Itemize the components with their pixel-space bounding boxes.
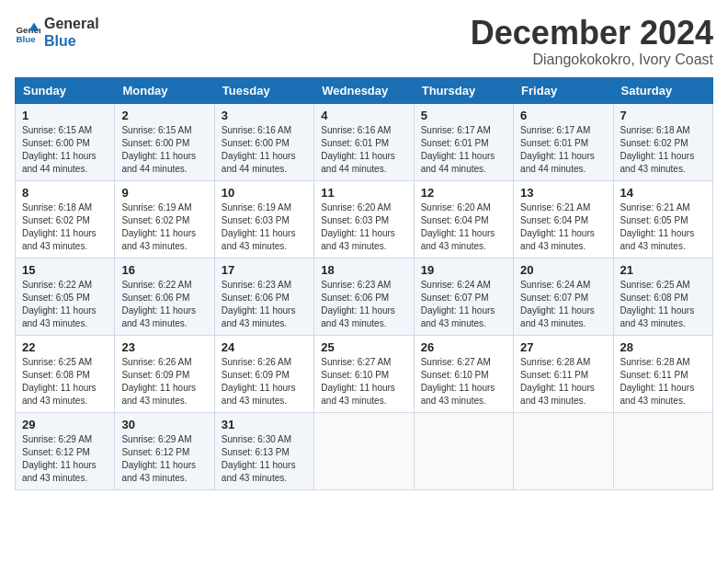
cell-info: Sunrise: 6:18 AMSunset: 6:02 PMDaylight:… (620, 125, 695, 174)
calendar-header: SundayMondayTuesdayWednesdayThursdayFrid… (16, 77, 713, 103)
header-friday: Friday (514, 77, 613, 103)
calendar-cell: 27Sunrise: 6:28 AMSunset: 6:11 PMDayligh… (514, 335, 613, 412)
cell-info: Sunrise: 6:25 AMSunset: 6:08 PMDaylight:… (22, 357, 97, 406)
calendar-cell: 29Sunrise: 6:29 AMSunset: 6:12 PMDayligh… (16, 412, 115, 489)
calendar-cell: 20Sunrise: 6:24 AMSunset: 6:07 PMDayligh… (514, 258, 613, 335)
day-number: 30 (121, 418, 207, 431)
calendar-cell: 3Sunrise: 6:16 AMSunset: 6:00 PMDaylight… (214, 103, 313, 180)
header-tuesday: Tuesday (214, 77, 313, 103)
calendar-cell: 6Sunrise: 6:17 AMSunset: 6:01 PMDaylight… (514, 103, 613, 180)
calendar-cell: 17Sunrise: 6:23 AMSunset: 6:06 PMDayligh… (214, 258, 313, 335)
cell-info: Sunrise: 6:27 AMSunset: 6:10 PMDaylight:… (421, 357, 495, 406)
day-number: 27 (520, 340, 606, 354)
cell-info: Sunrise: 6:22 AMSunset: 6:06 PMDaylight:… (121, 280, 196, 328)
day-number: 3 (222, 109, 307, 122)
day-number: 28 (620, 340, 706, 354)
day-number: 6 (520, 109, 606, 122)
day-number: 7 (620, 109, 706, 122)
calendar-cell: 10Sunrise: 6:19 AMSunset: 6:03 PMDayligh… (214, 180, 313, 258)
calendar-cell: 16Sunrise: 6:22 AMSunset: 6:06 PMDayligh… (115, 258, 214, 335)
calendar-cell: 21Sunrise: 6:25 AMSunset: 6:08 PMDayligh… (613, 258, 712, 335)
week-row-4: 22Sunrise: 6:25 AMSunset: 6:08 PMDayligh… (16, 335, 713, 412)
cell-info: Sunrise: 6:17 AMSunset: 6:01 PMDaylight:… (421, 125, 495, 174)
page-header: General Blue General Blue December 2024 … (15, 15, 713, 68)
day-number: 29 (22, 418, 108, 431)
logo-text-blue: Blue (44, 32, 99, 50)
day-number: 15 (22, 263, 108, 277)
calendar-cell: 14Sunrise: 6:21 AMSunset: 6:05 PMDayligh… (613, 180, 712, 258)
calendar-cell: 30Sunrise: 6:29 AMSunset: 6:12 PMDayligh… (115, 412, 214, 489)
calendar-table: SundayMondayTuesdayWednesdayThursdayFrid… (15, 77, 713, 490)
cell-info: Sunrise: 6:17 AMSunset: 6:01 PMDaylight:… (520, 125, 595, 174)
calendar-cell: 8Sunrise: 6:18 AMSunset: 6:02 PMDaylight… (16, 180, 115, 258)
cell-info: Sunrise: 6:15 AMSunset: 6:00 PMDaylight:… (121, 125, 196, 174)
cell-info: Sunrise: 6:20 AMSunset: 6:04 PMDaylight:… (421, 202, 495, 251)
header-sunday: Sunday (16, 77, 115, 103)
calendar-cell: 7Sunrise: 6:18 AMSunset: 6:02 PMDaylight… (613, 103, 712, 180)
cell-info: Sunrise: 6:25 AMSunset: 6:08 PMDaylight:… (620, 280, 695, 328)
day-number: 31 (222, 418, 307, 431)
month-title: December 2024 (471, 15, 713, 52)
calendar-body: 1Sunrise: 6:15 AMSunset: 6:00 PMDaylight… (16, 103, 713, 489)
cell-info: Sunrise: 6:24 AMSunset: 6:07 PMDaylight:… (520, 280, 595, 328)
logo-icon: General Blue (15, 19, 40, 45)
cell-info: Sunrise: 6:20 AMSunset: 6:03 PMDaylight:… (321, 202, 395, 251)
day-number: 16 (121, 263, 207, 277)
day-number: 13 (520, 186, 606, 200)
calendar-cell: 11Sunrise: 6:20 AMSunset: 6:03 PMDayligh… (314, 180, 414, 258)
cell-info: Sunrise: 6:23 AMSunset: 6:06 PMDaylight:… (321, 280, 395, 328)
cell-info: Sunrise: 6:16 AMSunset: 6:00 PMDaylight:… (222, 125, 296, 174)
day-number: 12 (421, 186, 506, 200)
day-number: 9 (121, 186, 207, 200)
header-saturday: Saturday (613, 77, 712, 103)
day-number: 4 (321, 109, 406, 122)
calendar-cell: 4Sunrise: 6:16 AMSunset: 6:01 PMDaylight… (314, 103, 414, 180)
header-wednesday: Wednesday (314, 77, 414, 103)
calendar-cell: 15Sunrise: 6:22 AMSunset: 6:05 PMDayligh… (16, 258, 115, 335)
day-number: 21 (620, 263, 706, 277)
cell-info: Sunrise: 6:18 AMSunset: 6:02 PMDaylight:… (22, 202, 97, 251)
day-number: 5 (421, 109, 506, 122)
calendar-cell: 23Sunrise: 6:26 AMSunset: 6:09 PMDayligh… (115, 335, 214, 412)
day-number: 8 (22, 186, 108, 200)
day-number: 19 (421, 263, 506, 277)
calendar-cell: 12Sunrise: 6:20 AMSunset: 6:04 PMDayligh… (414, 180, 513, 258)
cell-info: Sunrise: 6:29 AMSunset: 6:12 PMDaylight:… (22, 434, 97, 483)
calendar-cell: 25Sunrise: 6:27 AMSunset: 6:10 PMDayligh… (314, 335, 414, 412)
day-number: 25 (321, 340, 406, 354)
cell-info: Sunrise: 6:27 AMSunset: 6:10 PMDaylight:… (321, 357, 395, 406)
cell-info: Sunrise: 6:23 AMSunset: 6:06 PMDaylight:… (222, 280, 296, 328)
cell-info: Sunrise: 6:29 AMSunset: 6:12 PMDaylight:… (121, 434, 196, 483)
cell-info: Sunrise: 6:28 AMSunset: 6:11 PMDaylight:… (620, 357, 695, 406)
calendar-cell (514, 412, 613, 489)
cell-info: Sunrise: 6:26 AMSunset: 6:09 PMDaylight:… (121, 357, 196, 406)
day-number: 24 (222, 340, 307, 354)
cell-info: Sunrise: 6:21 AMSunset: 6:04 PMDaylight:… (520, 202, 595, 251)
svg-text:Blue: Blue (16, 34, 36, 44)
cell-info: Sunrise: 6:19 AMSunset: 6:02 PMDaylight:… (121, 202, 196, 251)
day-number: 10 (222, 186, 307, 200)
cell-info: Sunrise: 6:30 AMSunset: 6:13 PMDaylight:… (222, 434, 296, 483)
cell-info: Sunrise: 6:24 AMSunset: 6:07 PMDaylight:… (421, 280, 495, 328)
day-number: 14 (620, 186, 706, 200)
cell-info: Sunrise: 6:16 AMSunset: 6:01 PMDaylight:… (321, 125, 395, 174)
calendar-cell: 22Sunrise: 6:25 AMSunset: 6:08 PMDayligh… (16, 335, 115, 412)
calendar-cell: 24Sunrise: 6:26 AMSunset: 6:09 PMDayligh… (214, 335, 313, 412)
calendar-cell: 18Sunrise: 6:23 AMSunset: 6:06 PMDayligh… (314, 258, 414, 335)
calendar-cell (613, 412, 712, 489)
week-row-3: 15Sunrise: 6:22 AMSunset: 6:05 PMDayligh… (16, 258, 713, 335)
day-number: 1 (22, 109, 108, 122)
day-number: 18 (321, 263, 406, 277)
day-number: 23 (121, 340, 207, 354)
week-row-2: 8Sunrise: 6:18 AMSunset: 6:02 PMDaylight… (16, 180, 713, 258)
calendar-cell (414, 412, 513, 489)
calendar-cell: 1Sunrise: 6:15 AMSunset: 6:00 PMDaylight… (16, 103, 115, 180)
logo: General Blue General Blue (15, 15, 99, 50)
day-number: 17 (222, 263, 307, 277)
day-number: 2 (121, 109, 207, 122)
calendar-cell: 19Sunrise: 6:24 AMSunset: 6:07 PMDayligh… (414, 258, 513, 335)
day-number: 20 (520, 263, 606, 277)
header-monday: Monday (115, 77, 214, 103)
cell-info: Sunrise: 6:21 AMSunset: 6:05 PMDaylight:… (620, 202, 695, 251)
calendar-cell: 2Sunrise: 6:15 AMSunset: 6:00 PMDaylight… (115, 103, 214, 180)
